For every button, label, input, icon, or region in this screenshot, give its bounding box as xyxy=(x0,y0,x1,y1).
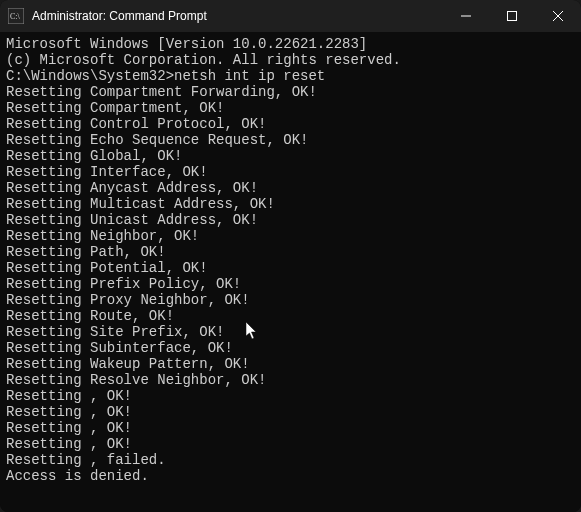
window-title: Administrator: Command Prompt xyxy=(32,9,207,23)
terminal-line: (c) Microsoft Corporation. All rights re… xyxy=(6,52,575,68)
terminal-line: Resetting , OK! xyxy=(6,388,575,404)
terminal-line: Resetting Resolve Neighbor, OK! xyxy=(6,372,575,388)
minimize-button[interactable] xyxy=(443,0,489,32)
terminal-line: Resetting Potential, OK! xyxy=(6,260,575,276)
terminal-line: Resetting Subinterface, OK! xyxy=(6,340,575,356)
terminal-line: Resetting , OK! xyxy=(6,436,575,452)
terminal-line: Resetting Unicast Address, OK! xyxy=(6,212,575,228)
svg-rect-3 xyxy=(508,12,517,21)
terminal-line: Resetting Anycast Address, OK! xyxy=(6,180,575,196)
command-prompt-window: C:\ Administrator: Command Prompt Micros… xyxy=(0,0,581,512)
terminal-line: Resetting , OK! xyxy=(6,420,575,436)
terminal-output[interactable]: Microsoft Windows [Version 10.0.22621.22… xyxy=(0,32,581,512)
terminal-line: Resetting Wakeup Pattern, OK! xyxy=(6,356,575,372)
maximize-button[interactable] xyxy=(489,0,535,32)
terminal-line: Resetting Neighbor, OK! xyxy=(6,228,575,244)
titlebar[interactable]: C:\ Administrator: Command Prompt xyxy=(0,0,581,32)
svg-text:C:\: C:\ xyxy=(10,12,21,21)
terminal-line: Access is denied. xyxy=(6,468,575,484)
terminal-line: Microsoft Windows [Version 10.0.22621.22… xyxy=(6,36,575,52)
cmd-icon: C:\ xyxy=(8,8,24,24)
terminal-line: Resetting Compartment, OK! xyxy=(6,100,575,116)
title-left: C:\ Administrator: Command Prompt xyxy=(8,8,207,24)
terminal-line: Resetting Interface, OK! xyxy=(6,164,575,180)
terminal-line: Resetting Site Prefix, OK! xyxy=(6,324,575,340)
terminal-line: Resetting , failed. xyxy=(6,452,575,468)
window-controls xyxy=(443,0,581,32)
terminal-line: Resetting Proxy Neighbor, OK! xyxy=(6,292,575,308)
terminal-line: Resetting Path, OK! xyxy=(6,244,575,260)
terminal-line: Resetting Route, OK! xyxy=(6,308,575,324)
terminal-line: C:\Windows\System32>netsh int ip reset xyxy=(6,68,575,84)
terminal-line: Resetting Control Protocol, OK! xyxy=(6,116,575,132)
terminal-line: Resetting Prefix Policy, OK! xyxy=(6,276,575,292)
close-button[interactable] xyxy=(535,0,581,32)
terminal-line: Resetting Multicast Address, OK! xyxy=(6,196,575,212)
terminal-line: Resetting , OK! xyxy=(6,404,575,420)
terminal-line: Resetting Compartment Forwarding, OK! xyxy=(6,84,575,100)
terminal-line: Resetting Global, OK! xyxy=(6,148,575,164)
terminal-line: Resetting Echo Sequence Request, OK! xyxy=(6,132,575,148)
